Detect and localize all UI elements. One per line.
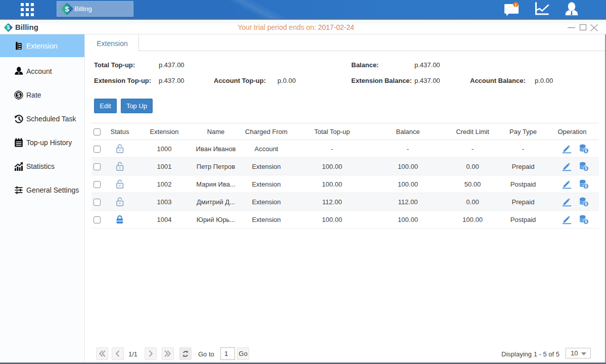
svg-text:$: $: [17, 92, 21, 98]
svg-text:!: !: [515, 3, 517, 8]
svg-text:$: $: [65, 5, 69, 13]
